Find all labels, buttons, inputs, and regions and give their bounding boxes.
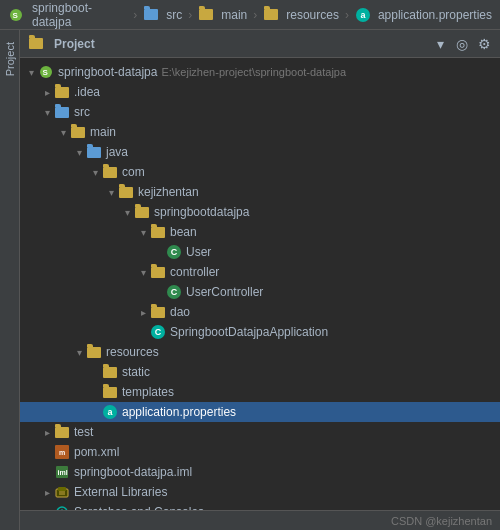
iml-label: springboot-datajpa.iml: [74, 465, 192, 479]
tree-test[interactable]: test: [20, 422, 500, 442]
panel-folder-icon: [28, 36, 44, 52]
tree-bean[interactable]: bean: [20, 222, 500, 242]
root-project-icon: S: [38, 64, 54, 80]
tree-templates[interactable]: templates: [20, 382, 500, 402]
idea-arrow: [40, 87, 54, 98]
svg-rect-7: [58, 487, 66, 491]
resources-folder-icon: [86, 344, 102, 360]
panel-toolbar: ◎ ⚙: [454, 36, 492, 52]
kejizhentan-folder-icon: [118, 184, 134, 200]
project-tree: S springboot-datajpa E:\kejizhen-project…: [20, 58, 500, 510]
com-label: com: [122, 165, 145, 179]
user-class-icon: C: [166, 244, 182, 260]
static-folder-icon: [102, 364, 118, 380]
com-folder-icon: [102, 164, 118, 180]
tree-springbootdatajpa[interactable]: springbootdatajpa: [20, 202, 500, 222]
locate-btn[interactable]: ◎: [454, 36, 470, 52]
pom-icon: m: [54, 444, 70, 460]
kejizhentan-label: kejizhentan: [138, 185, 199, 199]
properties-icon: a: [102, 404, 118, 420]
src-folder-icon: [54, 104, 70, 120]
tree-external-libraries[interactable]: External Libraries: [20, 482, 500, 502]
dao-arrow: [136, 307, 150, 318]
tree-usercontroller[interactable]: C UserController: [20, 282, 500, 302]
tree-controller[interactable]: controller: [20, 262, 500, 282]
tree-pom[interactable]: m pom.xml: [20, 442, 500, 462]
user-label: User: [186, 245, 211, 259]
dao-label: dao: [170, 305, 190, 319]
com-arrow: [88, 167, 102, 178]
project-icon: S: [8, 7, 24, 23]
status-text: CSDN @kejizhentan: [391, 515, 492, 527]
tree-user[interactable]: C User: [20, 242, 500, 262]
pom-label: pom.xml: [74, 445, 119, 459]
iml-icon: iml: [54, 464, 70, 480]
breadcrumb-main[interactable]: main: [198, 7, 247, 23]
main-area: Project Project ▾ ◎ ⚙: [0, 30, 500, 530]
breadcrumb-src[interactable]: src: [143, 7, 182, 23]
tree-root[interactable]: S springboot-datajpa E:\kejizhen-project…: [20, 62, 500, 82]
tree-resources[interactable]: resources: [20, 342, 500, 362]
tree-kejizhentan[interactable]: kejizhentan: [20, 182, 500, 202]
tree-dao[interactable]: dao: [20, 302, 500, 322]
folder-icon-resources: [263, 7, 279, 23]
sbd-arrow: [120, 207, 134, 218]
kejizhentan-arrow: [104, 187, 118, 198]
src-arrow: [40, 107, 54, 118]
test-arrow: [40, 427, 54, 438]
controller-arrow: [136, 267, 150, 278]
tree-scratches[interactable]: Scratches and Consoles: [20, 502, 500, 510]
tree-main[interactable]: main: [20, 122, 500, 142]
panel-dropdown-btn[interactable]: ▾: [432, 36, 448, 52]
usercontroller-label: UserController: [186, 285, 263, 299]
java-folder-icon: [86, 144, 102, 160]
idea-label: .idea: [74, 85, 100, 99]
usercontroller-class-icon: C: [166, 284, 182, 300]
main-folder-icon: [70, 124, 86, 140]
bean-label: bean: [170, 225, 197, 239]
controller-label: controller: [170, 265, 219, 279]
tree-app[interactable]: C SpringbootDatajpaApplication: [20, 322, 500, 342]
idea-folder-icon: [54, 84, 70, 100]
sbd-label: springbootdatajpa: [154, 205, 249, 219]
app-class-icon: C: [150, 324, 166, 340]
ext-lib-label: External Libraries: [74, 485, 167, 499]
breadcrumb-project[interactable]: springboot-datajpa: [32, 1, 127, 29]
project-panel: Project ▾ ◎ ⚙ S springboot-datajpa: [20, 30, 500, 530]
status-bar: CSDN @kejizhentan: [20, 510, 500, 530]
bean-folder-icon: [150, 224, 166, 240]
tree-java[interactable]: java: [20, 142, 500, 162]
sbd-folder-icon: [134, 204, 150, 220]
breadcrumb-resources[interactable]: resources: [263, 7, 339, 23]
root-arrow: [24, 67, 38, 78]
tree-com[interactable]: com: [20, 162, 500, 182]
java-label: java: [106, 145, 128, 159]
folder-icon-src: [143, 7, 159, 23]
breadcrumb-file[interactable]: a application.properties: [355, 7, 492, 23]
dao-folder-icon: [150, 304, 166, 320]
tree-application-properties[interactable]: a application.properties: [20, 402, 500, 422]
properties-icon-breadcrumb: a: [355, 7, 371, 23]
panel-header: Project ▾ ◎ ⚙: [20, 30, 500, 58]
main-arrow: [56, 127, 70, 138]
folder-icon-main: [198, 7, 214, 23]
tree-iml[interactable]: iml springboot-datajpa.iml: [20, 462, 500, 482]
ext-lib-icon: [54, 484, 70, 500]
resources-arrow: [72, 347, 86, 358]
ext-arrow: [40, 487, 54, 498]
svg-text:S: S: [43, 68, 49, 77]
project-tab-label[interactable]: Project: [2, 38, 18, 80]
svg-text:iml: iml: [58, 469, 68, 476]
top-bar: S springboot-datajpa › src › main › reso…: [0, 0, 500, 30]
templates-folder-icon: [102, 384, 118, 400]
root-label: springboot-datajpa: [58, 65, 157, 79]
tree-idea[interactable]: .idea: [20, 82, 500, 102]
left-sidebar-tab: Project: [0, 30, 20, 530]
tree-src[interactable]: src: [20, 102, 500, 122]
panel-title: Project: [54, 37, 426, 51]
application-properties-label: application.properties: [122, 405, 236, 419]
tree-static[interactable]: static: [20, 362, 500, 382]
src-label: src: [74, 105, 90, 119]
gear-btn[interactable]: ⚙: [476, 36, 492, 52]
templates-label: templates: [122, 385, 174, 399]
